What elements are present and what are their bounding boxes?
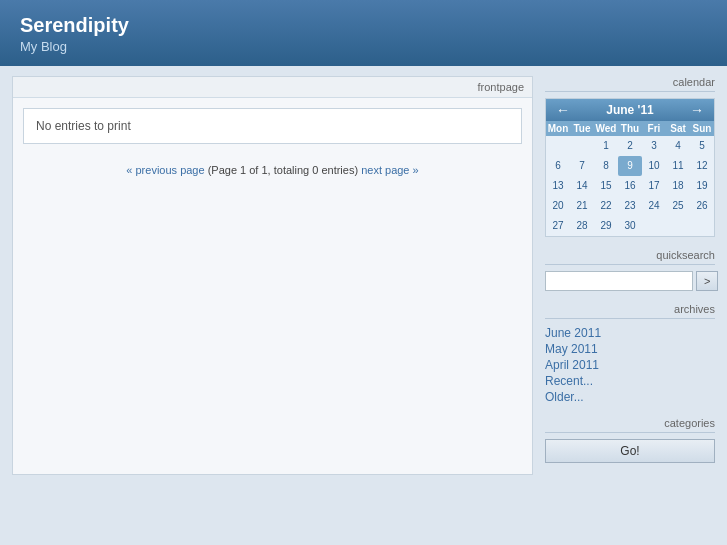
calendar-widget: calendar ← June '11 → MonTueWedThuFriSat… [545,76,715,237]
calendar-day-cell[interactable]: 27 [546,216,570,236]
calendar-day-cell[interactable]: 13 [546,176,570,196]
search-button[interactable]: > [696,271,718,291]
calendar-day-cell[interactable]: 4 [666,136,690,156]
calendar-day-cell[interactable]: 9 [618,156,642,176]
calendar-prev-button[interactable]: ← [552,103,574,117]
calendar-day-cell[interactable]: 17 [642,176,666,196]
calendar-month-year: June '11 [574,103,686,117]
breadcrumb: frontpage [478,81,524,93]
calendar-grid: 1234567891011121314151617181920212223242… [546,136,714,236]
quicksearch-widget: quicksearch > [545,249,715,291]
calendar-day-cell[interactable]: 1 [594,136,618,156]
archive-link[interactable]: June 2011 [545,326,601,340]
next-page-link[interactable]: next page » [361,164,419,176]
archive-list-item: June 2011 [545,325,715,341]
calendar-day-cell[interactable]: 14 [570,176,594,196]
calendar-day-cell[interactable]: 29 [594,216,618,236]
calendar-day-cell[interactable]: 15 [594,176,618,196]
calendar-day-cell[interactable]: 28 [570,216,594,236]
archive-list-item: May 2011 [545,341,715,357]
search-input[interactable] [545,271,693,291]
calendar-day-cell[interactable]: 3 [642,136,666,156]
categories-go-button[interactable]: Go! [545,439,715,463]
calendar-day-cell[interactable]: 5 [690,136,714,156]
categories-widget: categories Go! [545,417,715,463]
calendar-day-cell[interactable]: 22 [594,196,618,216]
pagination: « previous page (Page 1 of 1, totaling 0… [13,154,532,184]
archive-list-item: April 2011 [545,357,715,373]
page-info: (Page 1 of 1, totaling 0 entries) [208,164,358,176]
categories-title: categories [545,417,715,433]
calendar-day-cell[interactable]: 26 [690,196,714,216]
calendar-day-header: Mon [546,121,570,136]
calendar-day-header: Sun [690,121,714,136]
calendar-day-header: Tue [570,121,594,136]
prev-page-link[interactable]: « previous page [126,164,204,176]
calendar-day-cell[interactable]: 21 [570,196,594,216]
calendar-day-cell [690,216,714,236]
site-subtitle: My Blog [20,39,707,54]
calendar-day-cell [546,136,570,156]
calendar-day-header: Wed [594,121,618,136]
calendar-day-cell[interactable]: 25 [666,196,690,216]
calendar-day-headers: MonTueWedThuFriSatSun [546,121,714,136]
archives-list: June 2011May 2011April 2011Recent...Olde… [545,325,715,405]
calendar-day-cell[interactable]: 2 [618,136,642,156]
calendar-day-cell[interactable]: 6 [546,156,570,176]
calendar-day-cell[interactable]: 7 [570,156,594,176]
calendar-day-cell[interactable]: 12 [690,156,714,176]
calendar-day-cell [666,216,690,236]
archive-list-item: Recent... [545,373,715,389]
archives-title: archives [545,303,715,319]
archive-link[interactable]: April 2011 [545,358,599,372]
archive-link[interactable]: Older... [545,390,584,404]
calendar-day-cell[interactable]: 11 [666,156,690,176]
calendar-day-cell[interactable]: 23 [618,196,642,216]
calendar-title: calendar [545,76,715,92]
archive-link[interactable]: May 2011 [545,342,598,356]
archive-link[interactable]: Recent... [545,374,593,388]
quicksearch-title: quicksearch [545,249,715,265]
calendar-day-cell[interactable]: 8 [594,156,618,176]
calendar-day-cell [642,216,666,236]
calendar-day-cell[interactable]: 24 [642,196,666,216]
calendar-day-cell[interactable]: 18 [666,176,690,196]
calendar-day-header: Fri [642,121,666,136]
calendar-next-button[interactable]: → [686,103,708,117]
archives-widget: archives June 2011May 2011April 2011Rece… [545,303,715,405]
site-title: Serendipity [20,14,707,37]
calendar-day-header: Thu [618,121,642,136]
no-entries-message: No entries to print [23,108,522,144]
calendar-day-header: Sat [666,121,690,136]
calendar-day-cell[interactable]: 30 [618,216,642,236]
calendar-day-cell[interactable]: 10 [642,156,666,176]
calendar-day-cell [570,136,594,156]
calendar-day-cell[interactable]: 20 [546,196,570,216]
calendar-day-cell[interactable]: 16 [618,176,642,196]
archive-list-item: Older... [545,389,715,405]
calendar-day-cell[interactable]: 19 [690,176,714,196]
